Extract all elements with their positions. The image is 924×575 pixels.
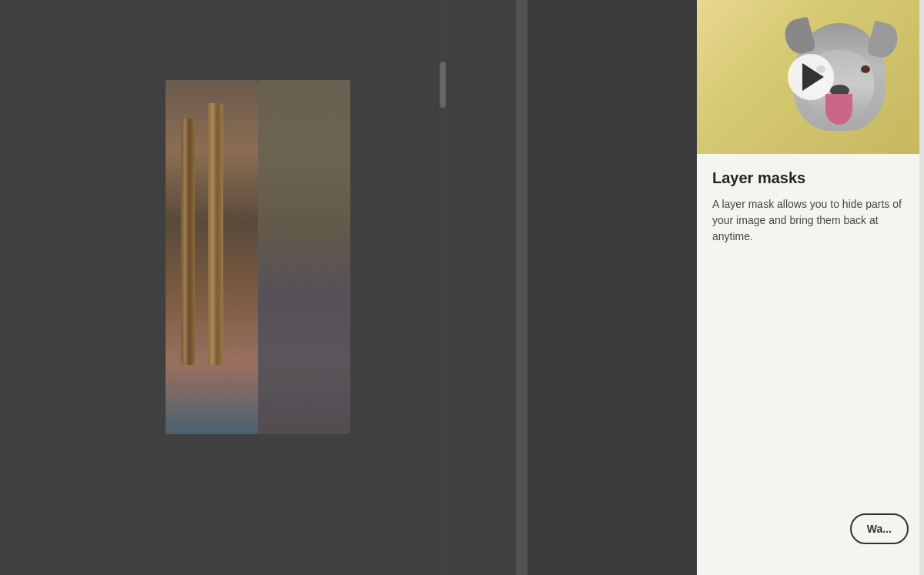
canvas-image (166, 80, 350, 434)
tutorial-video-thumbnail[interactable] (697, 0, 924, 154)
tutorial-description: A layer mask allows you to hide parts of… (712, 196, 909, 245)
canvas-left-layer (166, 80, 258, 434)
canvas-right-layer (258, 80, 350, 434)
description-text: A layer mask allows you to hide parts of… (712, 198, 902, 242)
watch-label: Wa... (867, 523, 892, 535)
play-button[interactable] (788, 54, 834, 100)
overlay-scrollbar[interactable] (919, 0, 924, 575)
scrollbar-thumb[interactable] (440, 62, 446, 108)
watch-button[interactable]: Wa... (850, 513, 909, 544)
tutorial-title: Layer masks (712, 169, 909, 187)
canvas-scrollbar[interactable] (439, 0, 447, 575)
layers-panel: Channel Mixer ColorLook... Invert (527, 0, 697, 575)
play-triangle-icon (802, 63, 824, 91)
tutorial-content: Layer masks A layer mask allows you to h… (697, 154, 924, 276)
tutorial-overlay-panel: Layer masks A layer mask allows you to h… (697, 0, 924, 575)
